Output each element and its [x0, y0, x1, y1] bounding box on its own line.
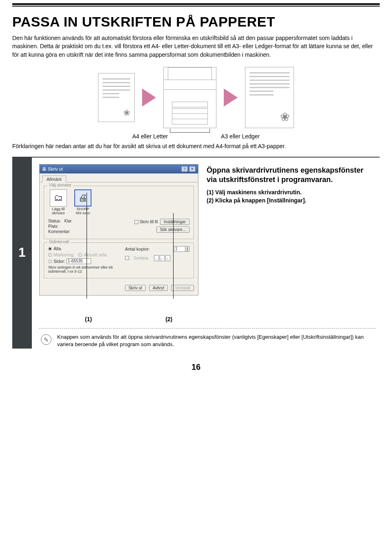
tab-general[interactable]: Allmänt [42, 176, 66, 183]
copies-input[interactable]: 1 [174, 246, 185, 252]
status-label: Status: [48, 219, 61, 223]
close-icon[interactable]: ✕ [189, 166, 196, 172]
group-page-range: Sidintervall Alla Markering Aktuell sida… [44, 242, 194, 279]
group-select-printer: Välj skrivare 🗂 Lägg tillskrivare 🖨 SHAR… [44, 186, 194, 239]
printer-icon [163, 67, 216, 128]
illustration: ❀ ❀ [12, 67, 380, 128]
tree-icon: ❀ [280, 110, 290, 124]
separator [39, 328, 376, 329]
cancel-button[interactable]: Avbryt [149, 285, 168, 291]
collate-label: Sortera [134, 256, 148, 260]
group-legend: Sidintervall [47, 240, 71, 244]
arrow-icon [142, 89, 156, 107]
help-icon[interactable]: ? [181, 166, 188, 172]
comment-label: Kommentar: [48, 229, 71, 234]
arrow-icon [224, 89, 238, 107]
copies-spinner[interactable]: ▲▼ [185, 246, 189, 252]
add-printer-item[interactable]: 🗂 Lägg tillskrivare [48, 189, 69, 216]
print-dialog: 🖶 Skriv ut ? ✕ Allmänt Välj skrivare [39, 164, 198, 295]
doc-a3: ❀ [245, 67, 294, 128]
callout-1: (1) [85, 316, 92, 322]
apply-button: Verkställ [171, 285, 194, 291]
printer-item-selected[interactable]: 🖨 SHARPMX-xxxx [73, 189, 93, 216]
dialog-titlebar: 🖶 Skriv ut ? ✕ [40, 164, 198, 173]
radio-current [78, 253, 82, 257]
step-number-bar: 1 [12, 157, 32, 349]
group-legend: Välj skrivare [47, 183, 73, 187]
callout-2: (2) [165, 316, 172, 322]
radio-all[interactable] [48, 247, 52, 251]
page-title: PASSA IN UTSKRIFTEN PÅ PAPPERET [12, 14, 380, 30]
page-number: 16 [12, 362, 380, 372]
dialog-title: Skriv ut [48, 167, 63, 171]
doc-a4: ❀ [98, 73, 135, 122]
radio-selection [48, 253, 52, 257]
settings-button[interactable]: Inställningar [160, 219, 189, 225]
radio-pages[interactable] [48, 260, 52, 263]
explanation-text: Förklaringen här nedan antar att du har … [12, 143, 380, 149]
location-label: Plats: [48, 224, 71, 229]
step-number: 1 [18, 245, 26, 260]
range-hint: Skriv antingen in ett sidnummer eller et… [48, 265, 119, 274]
note-text: Knappen som används för att öppna skriva… [57, 333, 374, 348]
print-to-file-checkbox[interactable] [134, 220, 138, 224]
intro-text: Den här funktionen används för att autom… [12, 34, 380, 59]
print-to-file-label: Skriv till fil [140, 220, 158, 224]
step-line-1: (1) Välj maskinens skrivardrivrutin. [207, 189, 376, 196]
status-value: Klar [64, 219, 71, 223]
step-line-2: (2) Klicka på knappen [Inställningar]. [207, 197, 376, 204]
copies-label: Antal kopior: [125, 247, 150, 251]
caption-a3: A3 eller Ledger [221, 133, 260, 140]
pages-input[interactable]: 1-65535 [67, 258, 91, 264]
print-button[interactable]: Skriv ut [125, 285, 146, 291]
collate-icon: 123 [154, 255, 170, 261]
collate-checkbox [125, 256, 129, 260]
step-heading: Öppna skrivardrivrutinens egenskapsfönst… [207, 166, 376, 185]
pencil-icon: ✎ [41, 334, 51, 345]
caption-a4: A4 eller Letter [132, 133, 168, 140]
tree-icon: ❀ [123, 108, 130, 118]
